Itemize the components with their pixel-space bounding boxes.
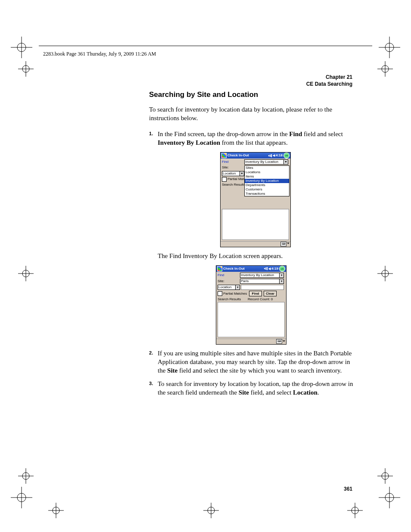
record-count-value: 0 (271, 297, 273, 301)
chevron-down-icon[interactable]: ▼ (240, 171, 244, 176)
find-button[interactable]: Find (249, 291, 262, 296)
step-3: To search for inventory by location by l… (149, 380, 353, 397)
step-2: If you are using multiple sites and have… (149, 349, 353, 375)
signal-icon (268, 154, 272, 157)
ok-button[interactable]: ok (283, 152, 290, 159)
screenshot-find-dropdown: Check In-Out ◀ 4:18 ok Find Inventory (220, 152, 291, 247)
site-dropdown[interactable]: Paris▾ (240, 279, 284, 284)
crop-mark-icon (372, 261, 398, 286)
site-label: Site: (222, 165, 244, 170)
chevron-down-icon[interactable]: ▾ (280, 279, 284, 284)
caption-1: The Find Inventory By Location screen ap… (158, 252, 353, 260)
ok-button[interactable]: ok (279, 266, 285, 272)
page-header-text: 2283.book Page 361 Thursday, July 9, 200… (43, 51, 156, 57)
find-dropdown[interactable]: Inventory By Location▼ (244, 159, 288, 165)
option-transactions[interactable]: Transactions (245, 192, 289, 196)
option-locations[interactable]: Locations (245, 170, 289, 174)
record-count-label: Record Count: (248, 297, 270, 301)
start-icon[interactable] (221, 153, 227, 158)
find-link[interactable]: Find (218, 273, 240, 277)
find-dropdown-list[interactable]: Sites Locations Items Inventory By Locat… (244, 165, 290, 196)
search-results-label: Search Results (218, 297, 248, 301)
start-icon[interactable] (217, 266, 222, 271)
option-inventory-by-location[interactable]: Inventory By Location (245, 179, 289, 183)
option-customers[interactable]: Customers (245, 187, 289, 192)
chevron-up-icon[interactable] (287, 243, 290, 244)
partial-matches-checkbox[interactable] (218, 291, 222, 296)
chevron-down-icon[interactable]: ▾ (236, 285, 240, 290)
crop-mark-icon (13, 261, 39, 286)
step-1: In the Find screen, tap the drop-down ar… (149, 130, 353, 247)
site-label: Site: (218, 279, 240, 283)
results-grid (218, 302, 285, 337)
option-items[interactable]: Items (245, 174, 289, 179)
find-dropdown[interactable]: Inventory By Location▾ (240, 273, 284, 278)
page-number: 361 (344, 486, 352, 492)
crop-mark-icon (9, 485, 34, 510)
location-dropdown[interactable]: Location▼ (222, 171, 244, 176)
signal-icon (264, 267, 268, 271)
chapter-title: Chapter 21 (326, 74, 352, 80)
keyboard-icon[interactable]: ⌨ (280, 242, 286, 246)
chevron-up-icon[interactable] (283, 340, 285, 342)
device-footer: ⌨ (221, 241, 290, 247)
clock: 4:19 (271, 266, 278, 272)
clock: 4:18 (276, 152, 283, 159)
clear-button[interactable]: Clear (264, 291, 277, 296)
find-link[interactable]: Find (222, 160, 244, 165)
section-title: Searching by Site and Location (149, 90, 353, 99)
search-input[interactable] (241, 285, 284, 290)
chevron-down-icon[interactable]: ▾ (280, 273, 284, 278)
speaker-icon: ◀ (273, 152, 275, 159)
partial-matches-label: Partial Matches (223, 292, 249, 296)
device-titlebar: Check In-Out ◀ 4:18 ok (221, 152, 290, 159)
option-departments[interactable]: Departments (245, 183, 289, 187)
option-sites[interactable]: Sites (245, 166, 289, 170)
app-title: Check In-Out (223, 267, 245, 271)
crop-mark-icon (43, 498, 69, 523)
app-title: Check In-Out (227, 153, 249, 157)
crop-mark-icon (372, 56, 398, 82)
crop-mark-icon (198, 498, 224, 523)
speaker-icon: ◀ (268, 266, 271, 272)
location-dropdown[interactable]: Location▾ (218, 285, 240, 290)
intro-text: To search for inventory by location data… (149, 105, 353, 123)
page-header-rule (39, 46, 372, 46)
keyboard-icon[interactable]: ⌨ (276, 339, 282, 344)
results-grid (222, 209, 289, 240)
screenshot-find-inventory-by-location: Check In-Out ◀ 4:19 ok Find Inventory By… (216, 265, 286, 345)
chapter-header: Chapter 21 CE Data Searching (306, 74, 352, 87)
partial-match-checkbox[interactable] (222, 177, 227, 182)
crop-mark-icon (13, 56, 39, 82)
chevron-down-icon[interactable]: ▼ (284, 159, 288, 165)
device-titlebar: Check In-Out ◀ 4:19 ok (216, 266, 286, 272)
device-footer: ⌨ (216, 339, 286, 344)
crop-mark-icon (342, 498, 368, 523)
crop-mark-icon (377, 485, 402, 510)
chapter-subtitle: CE Data Searching (306, 81, 352, 87)
